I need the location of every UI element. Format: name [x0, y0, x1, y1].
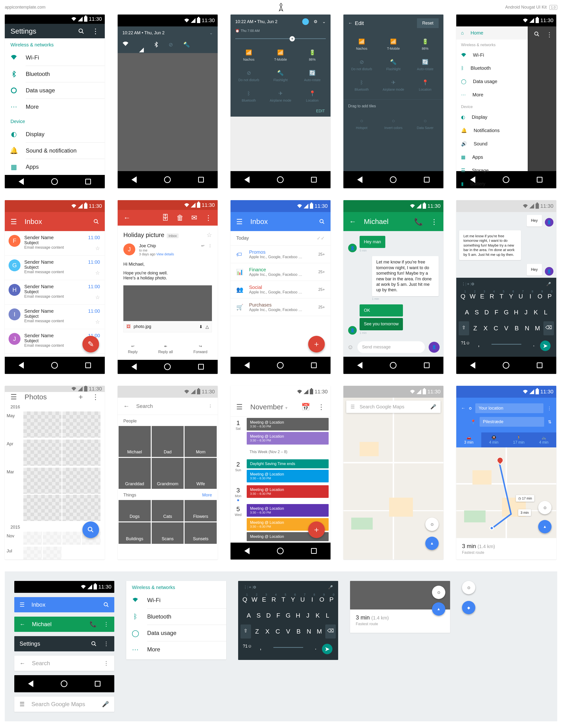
month-label[interactable]: Jul	[7, 547, 23, 560]
nav-back[interactable]	[357, 176, 363, 183]
key-t[interactable]: 5T	[279, 593, 288, 607]
month-label[interactable]: Mar	[7, 468, 23, 521]
nav-back[interactable]	[244, 548, 249, 554]
month-label[interactable]: Nov	[7, 532, 23, 545]
swap-icon[interactable]: ⇅	[548, 419, 552, 425]
qs-tile-location[interactable]: 📍Location	[409, 75, 441, 96]
menu-icon[interactable]: ☰	[20, 601, 25, 608]
album-wife[interactable]: Wife	[184, 458, 217, 489]
overflow-icon[interactable]: ⋮	[205, 213, 212, 222]
nav-recent[interactable]	[311, 548, 317, 554]
album-scans[interactable]: Scans	[152, 522, 184, 544]
nav-recent[interactable]	[537, 362, 542, 368]
mylocation-fab[interactable]: ⊙	[432, 586, 445, 599]
key-j[interactable]: J	[522, 305, 530, 319]
key-u[interactable]: 7U	[516, 289, 525, 303]
send-button[interactable]: 👤	[429, 342, 440, 353]
nav-back[interactable]	[28, 680, 33, 687]
qs-edit-button[interactable]: EDIT	[230, 109, 331, 117]
drawer-wifi[interactable]: Wi-Fi	[456, 49, 528, 62]
overflow-icon[interactable]: ⋮	[103, 660, 109, 667]
key-e[interactable]: 3E	[260, 593, 268, 607]
directions-fab[interactable]: ◆	[462, 601, 475, 614]
event-card[interactable]: Meeting @ Location3:30 – 6:30 PM	[247, 418, 329, 431]
month-label[interactable]: May	[7, 411, 23, 438]
drawer-apps[interactable]: ▦Apps	[456, 150, 528, 164]
message-input[interactable]: Send message	[358, 341, 425, 353]
album-michael[interactable]: Michael	[119, 426, 151, 457]
add-icon[interactable]: ＋	[77, 392, 84, 402]
nav-recent[interactable]	[198, 364, 204, 370]
category-promos[interactable]: 🏷PromosApple Inc., Google, Faceboo …25+	[230, 246, 331, 263]
category-finance[interactable]: 📊FinanceApple Inc., Google, Faceboo …25+	[230, 263, 331, 281]
drive-icon[interactable]: △	[205, 324, 209, 329]
key-a[interactable]: A	[244, 609, 253, 623]
calendar-month[interactable]: November	[250, 403, 283, 411]
photo-thumb[interactable]	[62, 468, 100, 494]
key-i[interactable]: 8I	[526, 289, 535, 303]
qs-tile-auto-rotate[interactable]: 🔄Auto-rotate	[297, 66, 328, 86]
item-wifi[interactable]: Wi-Fi	[5, 50, 105, 66]
comma-key[interactable]: ,	[255, 640, 266, 658]
mylocation-fab[interactable]: ⊙	[425, 518, 439, 531]
key-x[interactable]: X	[262, 624, 273, 639]
item-data-usage[interactable]: Data usage	[5, 82, 105, 99]
collapse-icon[interactable]: ⌄	[322, 19, 326, 24]
view-details-link[interactable]: View details	[156, 252, 174, 256]
drawer-bt[interactable]: ᛒBluetooth	[456, 62, 528, 75]
key-m[interactable]: M	[314, 624, 325, 639]
item-data[interactable]: ◯Data usage	[126, 625, 226, 641]
key-k[interactable]: K	[531, 305, 540, 319]
search-icon[interactable]	[534, 31, 540, 39]
key-d[interactable]: D	[264, 609, 273, 623]
qs-tile-invert-colors[interactable]: ○Invert colors	[378, 114, 409, 134]
drawer-data[interactable]: ◯Data usage	[456, 75, 528, 88]
comma-key[interactable]: ,	[473, 337, 484, 354]
user-avatar[interactable]: 👤	[545, 267, 553, 276]
compose-fab[interactable]: ＋	[308, 336, 325, 352]
back-icon[interactable]: ←	[348, 21, 353, 26]
key-m[interactable]: M	[532, 321, 543, 335]
day-number[interactable]: 5	[231, 505, 245, 513]
origin-marker[interactable]	[490, 526, 494, 530]
map-search-bar[interactable]: ☰ Search Google Maps 🎤	[346, 401, 441, 413]
overflow-icon[interactable]: ⋮	[318, 403, 325, 411]
menu-icon[interactable]: ☰	[10, 393, 17, 401]
day-number[interactable]: 3	[231, 487, 245, 494]
delete-icon[interactable]: 🗑	[176, 214, 183, 222]
key-e[interactable]: 3E	[478, 289, 487, 303]
drawer-more[interactable]: ⋯More	[456, 88, 528, 101]
key-a[interactable]: A	[463, 305, 471, 319]
backspace-key[interactable]: ⌫	[543, 321, 554, 335]
mail-row[interactable]: FSender Name11:00SubjectEmail message co…	[5, 231, 105, 256]
key-j[interactable]: J	[304, 609, 312, 623]
nav-home[interactable]	[164, 176, 171, 183]
album-buildings[interactable]: Buildings	[119, 522, 151, 544]
mode-transit[interactable]: 🚇4 min	[481, 432, 506, 447]
overflow-icon[interactable]: ⋮	[547, 406, 552, 411]
period-key[interactable]: .	[528, 337, 539, 354]
nav-back[interactable]	[244, 362, 249, 369]
message-bubble[interactable]: Hey	[527, 264, 542, 276]
qs-tile-t-mobile[interactable]: 📶T-Mobile	[264, 45, 296, 66]
nav-recent[interactable]	[95, 681, 100, 687]
overflow-icon[interactable]: ⋮	[546, 31, 552, 39]
shift-key[interactable]: ⇧	[459, 321, 469, 335]
nav-back[interactable]	[357, 362, 363, 369]
item-bluetooth[interactable]: ᛒBluetooth	[126, 609, 226, 625]
star-icon[interactable]: ☆	[95, 294, 100, 301]
key-g[interactable]: G	[502, 305, 511, 319]
photo-thumb[interactable]	[23, 411, 61, 438]
mode-walk[interactable]: 🚶17 min	[506, 432, 531, 447]
space-key[interactable]	[485, 337, 528, 354]
mail-row[interactable]: ISender Name11:00SubjectEmail message co…	[5, 305, 105, 329]
search-icon[interactable]	[93, 219, 99, 224]
key-c[interactable]: C	[273, 624, 283, 639]
phone-icon[interactable]: 📞	[414, 218, 423, 226]
key-v[interactable]: V	[501, 321, 512, 335]
period-key[interactable]: .	[310, 640, 321, 658]
nav-back[interactable]	[131, 363, 137, 370]
item-apps[interactable]: ▦ Apps	[5, 159, 105, 175]
key-x[interactable]: X	[480, 321, 491, 335]
drawer-battery[interactable]: ▮Battery	[456, 177, 528, 188]
